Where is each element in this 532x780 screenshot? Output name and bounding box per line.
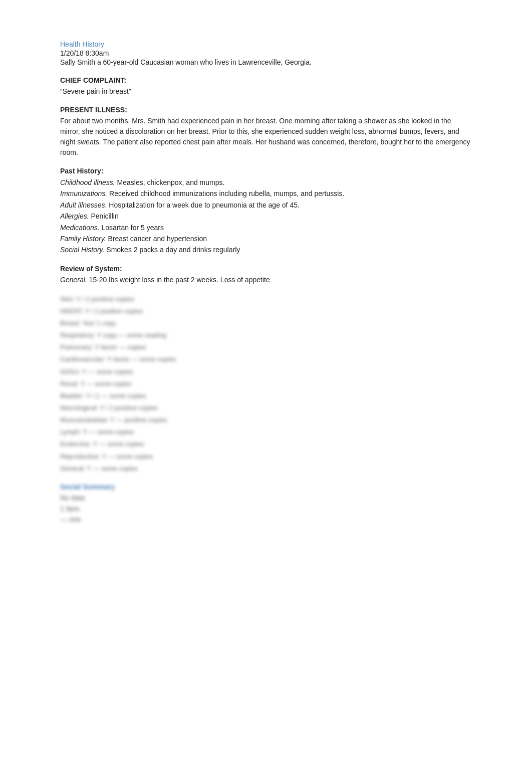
past-history-label: Immunizations. bbox=[60, 189, 107, 198]
blurred-row: Neurological: Y / 2 positive copies bbox=[60, 403, 472, 413]
past-history-label: Family History. bbox=[60, 235, 106, 243]
blurred-row: Endocrine: Y — some copies bbox=[60, 439, 472, 449]
blurred-row: Respiratory: Y copy — some reading bbox=[60, 330, 472, 340]
present-illness-content: For about two months, Mrs. Smith had exp… bbox=[60, 116, 472, 158]
patient-line: Sally Smith a 60-year-old Caucasian woma… bbox=[60, 58, 472, 66]
past-history-label: Medications bbox=[60, 224, 98, 232]
past-history-text: Received childhood immunizations includi… bbox=[107, 189, 344, 198]
general-text: 15-20 lbs weight loss in the past 2 week… bbox=[87, 276, 270, 284]
date-line: 1/20/18 8:30am bbox=[60, 49, 472, 57]
blurred-row: Renal: Y — some copies bbox=[60, 379, 472, 389]
past-history-label: Childhood illness. bbox=[60, 178, 115, 186]
past-history-row: Allergies. Penicillin bbox=[60, 211, 472, 222]
present-illness-title: PRESENT ILLNESS: bbox=[60, 106, 472, 114]
health-history-link-container: Health History bbox=[60, 40, 472, 48]
past-history-title: Past History: bbox=[60, 167, 472, 175]
blurred-row: General: Y — some copies bbox=[60, 464, 472, 474]
blurred-row: Musculoskeletal: Y — positive copies bbox=[60, 415, 472, 425]
past-history-text: Smokes 2 packs a day and drinks regularl… bbox=[104, 246, 240, 254]
present-illness-section: PRESENT ILLNESS: For about two months, M… bbox=[60, 106, 472, 158]
past-history-text: Measles, chickenpox, and mumps. bbox=[115, 178, 225, 186]
health-history-link[interactable]: Health History bbox=[60, 40, 472, 48]
blurred-row: Bladder: Y / 1 — some copies bbox=[60, 391, 472, 401]
blurred-row: Lymph: Y — some copies bbox=[60, 427, 472, 437]
blurred-row: Reproductive: Y — some copies bbox=[60, 452, 472, 462]
chief-complaint-title: CHIEF COMPLAINT: bbox=[60, 76, 472, 84]
blurred-section2-row: No data bbox=[60, 493, 472, 504]
blurred-rows-section: Skin: Y / 2 positive copiesHEENT: Y / 2 … bbox=[60, 294, 472, 474]
chief-complaint-section: CHIEF COMPLAINT: “Severe pain in breast” bbox=[60, 76, 472, 97]
blurred-row: Cardiovascular: Y factor — some copies bbox=[60, 354, 472, 364]
past-history-rows: Childhood illness. Measles, chickenpox, … bbox=[60, 177, 472, 256]
chief-complaint-content: “Severe pain in breast” bbox=[60, 86, 472, 97]
past-history-row: Childhood illness. Measles, chickenpox, … bbox=[60, 177, 472, 188]
past-history-label: Adult illnesses bbox=[60, 201, 105, 209]
blurred-section2-row: 1 Item bbox=[60, 504, 472, 515]
past-history-row: Family History. Breast cancer and hypert… bbox=[60, 233, 472, 244]
past-history-text: Penicillin bbox=[89, 212, 119, 220]
past-history-row: Social History. Smokes 2 packs a day and… bbox=[60, 244, 472, 255]
blurred-row: Skin: Y / 2 positive copies bbox=[60, 294, 472, 304]
blurred-section2-title: Social Summary bbox=[60, 483, 472, 491]
past-history-section: Past History: Childhood illness. Measles… bbox=[60, 167, 472, 256]
blurred-section2: Social SummaryNo data 1 Item — one bbox=[60, 483, 472, 525]
blurred-section2-row: — one bbox=[60, 514, 472, 525]
review-of-system-section: Review of System: General. 15-20 lbs wei… bbox=[60, 265, 472, 285]
blurred-row: GI/GU: Y — some copies bbox=[60, 367, 472, 377]
review-general-line: General. 15-20 lbs weight loss in the pa… bbox=[60, 275, 472, 285]
past-history-text: . Losartan for 5 years bbox=[98, 224, 164, 232]
past-history-label: Allergies. bbox=[60, 212, 89, 220]
past-history-row: Medications. Losartan for 5 years bbox=[60, 222, 472, 233]
general-label: General. bbox=[60, 276, 87, 284]
past-history-row: Adult illnesses. Hospitalization for a w… bbox=[60, 200, 472, 211]
blurred-row: HEENT: Y / 2 positive copies bbox=[60, 306, 472, 316]
past-history-row: Immunizations. Received childhood immuni… bbox=[60, 188, 472, 199]
blurred-row: Pulmonary: Y factor — copies bbox=[60, 342, 472, 352]
blurred-row: Breast: Yes/ 1 copy bbox=[60, 318, 472, 328]
past-history-text: Breast cancer and hypertension bbox=[106, 235, 207, 243]
past-history-text: . Hospitalization for a week due to pneu… bbox=[105, 201, 300, 209]
past-history-label: Social History. bbox=[60, 246, 104, 254]
review-of-system-title: Review of System: bbox=[60, 265, 472, 273]
